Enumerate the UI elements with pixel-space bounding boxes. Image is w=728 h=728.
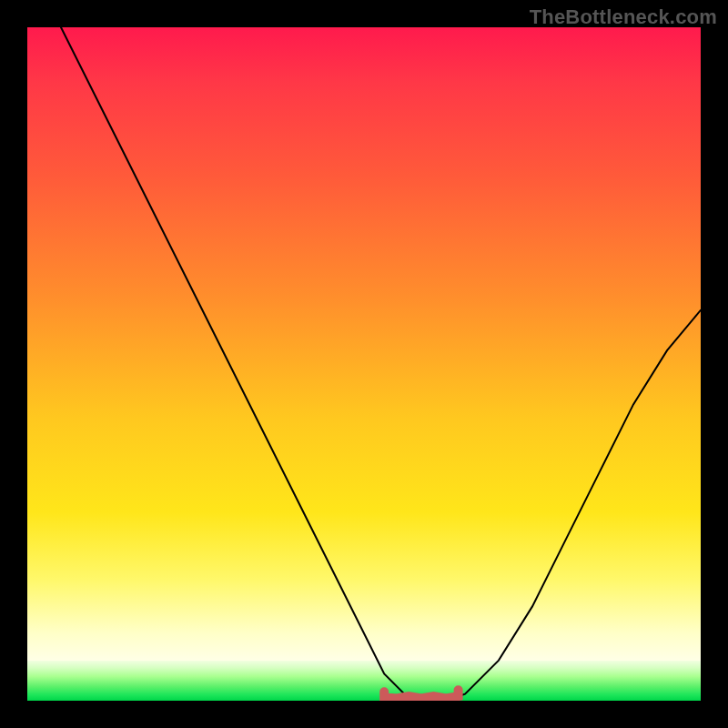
curve-layer [27, 27, 701, 701]
valley-marker [384, 690, 458, 698]
watermark-text: TheBottleneck.com [530, 5, 717, 29]
chart-stage: TheBottleneck.com [0, 0, 728, 728]
plot-area [27, 27, 701, 701]
bottleneck-curve [61, 27, 701, 701]
